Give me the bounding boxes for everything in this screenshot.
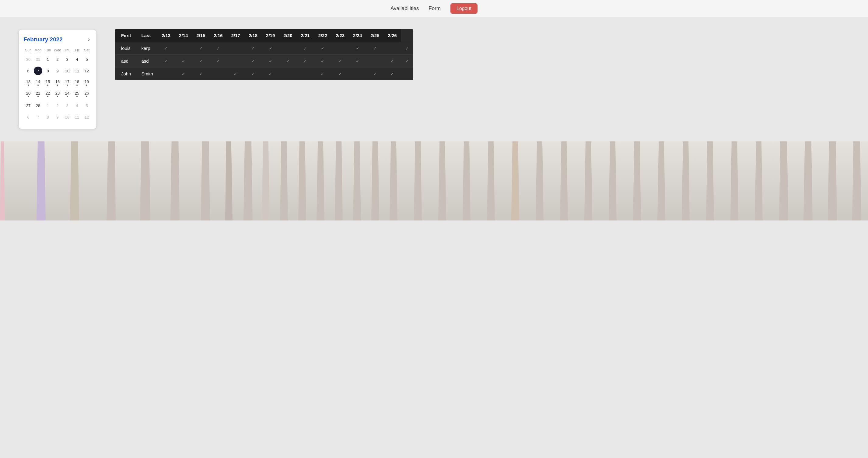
col-header-2-24: 2/24 [349, 29, 366, 42]
calendar-day-cell[interactable]: 17 [62, 77, 72, 88]
calendar-day-cell[interactable]: 28 [33, 100, 43, 111]
svg-marker-49 [511, 141, 519, 221]
calendar-day-cell[interactable]: 10 [62, 65, 72, 77]
svg-marker-39 [390, 141, 398, 221]
checkmark-icon: ✓ [338, 71, 342, 76]
svg-marker-61 [657, 141, 665, 221]
calendar-day-cell[interactable]: 2 [53, 54, 62, 65]
table-header: FirstLast2/132/142/152/162/172/182/192/2… [115, 29, 413, 42]
calendar-day-cell[interactable]: 15 [43, 77, 53, 88]
calendar-day-cell[interactable]: 10 [62, 111, 72, 123]
calendar-header: February 2022 › [24, 36, 92, 43]
calendar-title: February 2022 [24, 36, 63, 43]
calendar-week-row: 272812345 [24, 100, 92, 111]
calendar-day-cell[interactable]: 6 [24, 111, 33, 123]
day-number: 10 [65, 69, 69, 73]
cell-check-11: ✓ [349, 55, 366, 67]
col-header-2-26: 2/26 [384, 29, 401, 42]
cell-check-9: ✓ [314, 42, 332, 55]
calendar-day-cell[interactable]: 1 [43, 100, 53, 111]
calendar-day-cell[interactable]: 12 [82, 111, 92, 123]
calendar-day-cell[interactable]: 1 [43, 54, 53, 65]
checkmark-icon: ✓ [199, 71, 203, 76]
svg-marker-51 [536, 141, 544, 221]
checkmark-icon: ✓ [199, 59, 203, 64]
availability-dot [37, 96, 39, 97]
checkmark-icon: ✓ [269, 46, 272, 51]
calendar-day-cell[interactable]: 6 [24, 65, 33, 77]
cell-check-10: ✓ [332, 67, 349, 80]
logout-button[interactable]: Logout [451, 3, 477, 14]
calendar-day-cell[interactable]: 23 [53, 88, 62, 100]
day-number: 12 [85, 115, 89, 120]
calendar-day-cell[interactable]: 2 [53, 100, 62, 111]
calendar-day-cell[interactable]: 24 [62, 88, 72, 100]
checkmark-icon: ✓ [251, 71, 255, 76]
calendar-day-cell[interactable]: 19 [82, 77, 92, 88]
day-number: 6 [27, 115, 29, 120]
calendar-day-cell[interactable]: 9 [53, 111, 62, 123]
calendar-day-cell[interactable]: 13 [24, 77, 33, 88]
cell-check-0: ✓ [157, 55, 175, 67]
day-number: 12 [85, 69, 89, 73]
calendar-next-button[interactable]: › [86, 36, 92, 43]
main-content: February 2022 › Sun Mon Tue Wed Thu Fri … [0, 17, 868, 141]
day-number: 7 [37, 69, 39, 73]
col-header-Last: Last [135, 29, 157, 42]
calendar-day-cell[interactable]: 18 [72, 77, 82, 88]
cell-check-14: ✓ [401, 42, 413, 55]
calendar-day-cell[interactable]: 31 [33, 54, 43, 65]
calendar-day-cell[interactable]: 3 [62, 100, 72, 111]
pencil-background [0, 141, 868, 221]
checkmark-icon: ✓ [321, 46, 324, 51]
col-header-2-23: 2/23 [332, 29, 349, 42]
day-number: 6 [27, 69, 29, 73]
day-number: 2 [56, 103, 58, 108]
calendar-day-cell[interactable]: 12 [82, 65, 92, 77]
calendar-day-cell[interactable]: 8 [43, 111, 53, 123]
table-row: asdasd✓✓✓✓✓✓✓✓✓✓✓✓✓ [115, 55, 413, 67]
calendar-day-cell[interactable]: 7 [33, 65, 43, 77]
svg-marker-25 [262, 141, 270, 221]
checkmark-icon: ✓ [182, 59, 185, 64]
calendar-day-cell[interactable]: 14 [33, 77, 43, 88]
svg-marker-35 [353, 141, 361, 221]
calendar-day-cell[interactable]: 30 [24, 54, 33, 65]
cell-check-8 [297, 67, 314, 80]
checkmark-icon: ✓ [391, 71, 394, 76]
calendar-day-cell[interactable]: 22 [43, 88, 53, 100]
weekday-sun: Sun [24, 47, 33, 54]
calendar-day-cell[interactable]: 16 [53, 77, 62, 88]
nav-form[interactable]: Form [429, 5, 441, 11]
availability-dot [86, 96, 87, 97]
calendar-week-row: 6789101112 [24, 65, 92, 77]
cell-check-9: ✓ [314, 67, 332, 80]
calendar-day-cell[interactable]: 25 [72, 88, 82, 100]
calendar-day-cell[interactable]: 26 [82, 88, 92, 100]
cell-first-name: asd [115, 55, 135, 67]
calendar-day-cell[interactable]: 4 [72, 100, 82, 111]
calendar-day-cell[interactable]: 9 [53, 65, 62, 77]
availability-dot [67, 96, 68, 97]
day-number: 11 [75, 69, 79, 73]
calendar-day-cell[interactable]: 11 [72, 65, 82, 77]
calendar-day-cell[interactable]: 5 [82, 100, 92, 111]
calendar-day-cell[interactable]: 5 [82, 54, 92, 65]
nav-availabilities[interactable]: Availabilities [391, 5, 419, 11]
day-number: 5 [86, 103, 88, 108]
calendar-day-cell[interactable]: 20 [24, 88, 33, 100]
weekday-tue: Tue [43, 47, 53, 54]
calendar-day-cell[interactable]: 27 [24, 100, 33, 111]
cell-check-2: ✓ [192, 42, 209, 55]
cell-check-4 [227, 55, 244, 67]
calendar-day-cell[interactable]: 4 [72, 54, 82, 65]
calendar-day-cell[interactable]: 11 [72, 111, 82, 123]
calendar-day-cell[interactable]: 3 [62, 54, 72, 65]
calendar-day-cell[interactable]: 21 [33, 88, 43, 100]
cell-last-name: karp [135, 42, 157, 55]
calendar-day-cell[interactable]: 8 [43, 65, 53, 77]
availability-dot [57, 85, 58, 86]
availability-dot [67, 85, 68, 86]
cell-check-14 [401, 67, 413, 80]
calendar-day-cell[interactable]: 7 [33, 111, 43, 123]
